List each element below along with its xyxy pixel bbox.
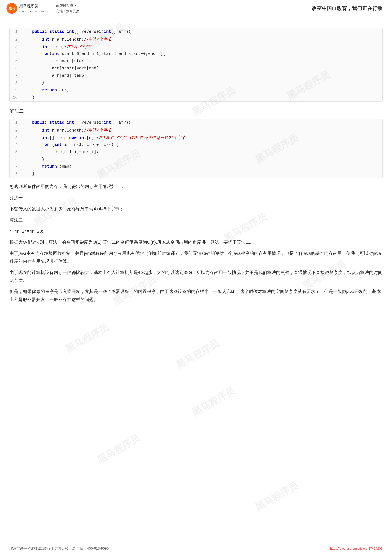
code-line-2-5: 5 temp[n-1-i]=arr[i];: [10, 149, 382, 156]
line-content-1-8: }: [21, 80, 382, 85]
code-line-1-5: 5 temp=arr[start];: [10, 58, 382, 65]
line-num-2-7: 7: [10, 164, 21, 169]
code-line-1-3: 3 int temp;//申请4个字节: [10, 43, 382, 50]
line-content-1-6: arr[start]=arr[end];: [21, 66, 382, 71]
line-num-1-4: 4: [10, 52, 21, 56]
line-num-1-1: 1: [10, 30, 21, 34]
line-content-2-5: temp[n-1-i]=arr[i];: [21, 149, 382, 155]
line-num-2-5: 5: [10, 150, 21, 154]
line-content-1-1: public static int[] reverse1(int[] arr){: [21, 29, 382, 34]
code-line-1-2: 2 int n=arr.length;//申请4个字节: [10, 35, 382, 43]
logo-icon: 黑马: [6, 3, 17, 14]
line-content-1-9: return arr;: [21, 87, 382, 93]
header-left: 黑马 黑马程序员 www.itheima.com 传智播客旗下 高端IT教育品牌: [6, 3, 80, 14]
algo2-label: 算法二：: [9, 216, 383, 224]
line-num-2-3: 3: [10, 136, 21, 140]
code-line-2-7: 7 return temp;: [10, 163, 382, 170]
footer-url: https://blog.csdn.net/itcast_27494201: [330, 547, 383, 550]
logo-subtitle-box: 传智播客旗下 高端IT教育品牌: [56, 3, 80, 14]
line-num-1-8: 8: [10, 81, 21, 85]
logo-divider: [50, 4, 50, 13]
line-num-1-9: 9: [10, 88, 21, 92]
code-line-1-4: 4 for(int start=0,end=n-1;start<=end;sta…: [10, 50, 382, 58]
footer-address: 北京市昌平区建材城西路金燕龙办公楼一层 电话：400-618-9090: [9, 546, 109, 551]
code-line-2-1: 1 public static int[] reverse2(int[] arr…: [10, 119, 382, 126]
logo-name-box: 黑马程序员 www.itheima.com: [19, 3, 44, 14]
para-3: 但是，如果你做的程序是嵌入式开发，尤其是一些传感器设备上的内置程序，由于这些设备…: [9, 288, 383, 304]
line-content-2-4: for (int i = n-1; i >=0; i--) {: [21, 142, 382, 147]
line-num-1-2: 2: [10, 37, 21, 42]
footer: 北京市昌平区建材城西路金燕龙办公楼一层 电话：400-618-9090 http…: [0, 543, 392, 554]
section2-label: 解法二：: [9, 108, 383, 114]
line-num-2-1: 1: [10, 120, 21, 125]
brand-name: 黑马程序员: [19, 3, 44, 9]
svg-text:黑马: 黑马: [8, 6, 15, 10]
line-num-2-4: 4: [10, 143, 21, 147]
logo-box: 黑马 黑马程序员 www.itheima.com: [6, 3, 44, 14]
line-num-2-6: 6: [10, 157, 21, 161]
code-line-1-10: 10 }: [10, 94, 382, 101]
line-num-1-7: 7: [10, 74, 21, 78]
line-num-1-10: 10: [10, 95, 21, 100]
watermark-13: 黑马程序员: [95, 432, 142, 466]
line-content-1-7: arr[end]=temp;: [21, 73, 382, 78]
code-line-2-2: 2 int n=arr.length;//申请4个字节: [10, 126, 382, 134]
line-content-1-3: int temp;//申请4个字节: [21, 44, 382, 50]
watermark-11: 黑马程序员: [63, 321, 111, 356]
header-slogan: 改变中国IT教育，我们正在行动: [312, 5, 383, 12]
brand-url: www.itheima.com: [19, 9, 44, 14]
code-line-1-1: 1 public static int[] reverse1(int[] arr…: [10, 28, 382, 35]
code-line-2-8: 8 }: [10, 170, 382, 178]
line-num-1-3: 3: [10, 45, 21, 49]
header: 黑马 黑马程序员 www.itheima.com 传智播客旗下 高端IT教育品牌…: [0, 0, 392, 17]
algo2-formula: 4+4n+24=4n+28;: [9, 227, 383, 235]
line-content-2-7: return temp;: [21, 164, 382, 169]
line-content-1-2: int n=arr.length;//申请4个字节: [21, 36, 382, 42]
code-block-1: 1 public static int[] reverse1(int[] arr…: [9, 28, 383, 102]
line-content-1-10: }: [21, 95, 382, 100]
line-content-2-8: }: [21, 171, 382, 176]
watermark-6: 黑马程序员: [174, 337, 221, 372]
line-content-2-1: public static int[] reverse2(int[] arr){: [21, 120, 382, 125]
code-line-2-4: 4 for (int i = n-1; i >=0; i--) {: [10, 141, 382, 149]
line-content-1-5: temp=arr[start];: [21, 58, 382, 64]
watermark-12: 黑马程序员: [190, 384, 237, 419]
code-block-2: 1 public static int[] reverse2(int[] arr…: [9, 119, 383, 178]
sub1: 传智播客旗下: [56, 3, 80, 8]
line-content-2-6: }: [21, 157, 382, 162]
algo1-label-text: 算法一：: [9, 195, 27, 200]
code-line-1-9: 9 return arr;: [10, 87, 382, 94]
para-1: 由于java中有内存垃圾回收机制，并且jvm对程序的内存占用也有优化（例如即时编…: [9, 249, 383, 265]
line-content-2-2: int n=arr.length;//申请4个字节: [21, 127, 382, 133]
para-2: 由于现在的计算机设备内存一般都比较大，基本上个人计算机都是4G起步，大的可以达到…: [9, 269, 383, 284]
line-content-2-3: int[] temp=new int[n];//申请n*4个字节+数组自身头信息…: [21, 135, 382, 141]
analysis-para: 根据大O推导法则，算法一的空间复杂度为O(1),算法二的空间复杂度为O(n),所…: [9, 238, 383, 246]
watermark-14: 黑马程序员: [253, 479, 301, 514]
code-line-1-7: 7 arr[end]=temp;: [10, 72, 382, 80]
line-num-2-2: 2: [10, 128, 21, 133]
algo1-desc: 不管传入的数组大小为多少，始终额外申请4+4=8个字节；: [9, 205, 383, 213]
main-content: 1 public static int[] reverse1(int[] arr…: [0, 17, 392, 319]
line-num-2-8: 8: [10, 172, 21, 176]
sub2: 高端IT教育品牌: [56, 8, 80, 14]
line-num-1-6: 6: [10, 66, 21, 70]
code-line-2-3: 3 int[] temp=new int[n];//申请n*4个字节+数组自身头…: [10, 134, 382, 141]
algo1-label: 算法一：: [9, 194, 383, 202]
code-line-1-8: 8 }: [10, 80, 382, 87]
code-line-1-6: 6 arr[start]=arr[end];: [10, 65, 382, 72]
algo2-label-text: 算法二：: [9, 218, 27, 222]
line-content-1-4: for(int start=0,end=n-1;start<=end;start…: [21, 51, 382, 56]
code-line-2-6: 6 }: [10, 156, 382, 163]
line-num-1-5: 5: [10, 59, 21, 63]
intro-para: 忽略判断条件占用的内存，我们得出的内存占用情况如下：: [9, 183, 383, 191]
